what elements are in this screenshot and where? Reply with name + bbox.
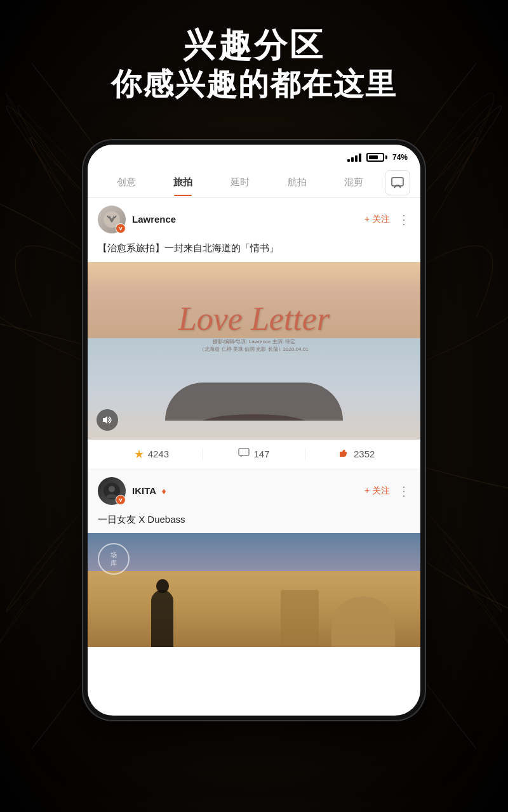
more-btn-2[interactable]: ⋮ bbox=[398, 485, 410, 497]
post-2-header: v IKITA ♦ + 关注 ⋮ bbox=[88, 469, 420, 513]
post-2-title: 一日女友 X Duebass bbox=[88, 513, 420, 534]
post-2-userinfo: IKITA ♦ bbox=[132, 485, 358, 497]
post-2-image: 场 库 bbox=[88, 533, 420, 647]
diamond-icon: ♦ bbox=[162, 486, 166, 496]
phone-mockup: 74% 创意 旅拍 延时 航拍 混剪 bbox=[83, 140, 425, 721]
post-card-2: v IKITA ♦ + 关注 ⋮ 一日女友 X Duebass bbox=[88, 469, 420, 648]
post-1-title: 【治愈系旅拍】一封来自北海道的「情书」 bbox=[88, 241, 420, 262]
tabs-bar: 创意 旅拍 延时 航拍 混剪 bbox=[88, 167, 420, 198]
verified-badge-1: v bbox=[116, 223, 126, 233]
signal-icon bbox=[347, 154, 361, 162]
star-count: 4243 bbox=[148, 449, 169, 459]
post-1-username: Lawrence bbox=[132, 214, 176, 225]
tab-travel[interactable]: 旅拍 bbox=[155, 169, 212, 196]
header-title-2: 你感兴趣的都在这里 bbox=[0, 65, 508, 104]
phone-frame: 74% 创意 旅拍 延时 航拍 混剪 bbox=[83, 140, 425, 721]
more-btn-1[interactable]: ⋮ bbox=[398, 213, 410, 226]
header-title-1: 兴趣分区 bbox=[0, 25, 508, 65]
post-2-username: IKITA bbox=[132, 485, 156, 496]
follow-btn-1[interactable]: + 关注 bbox=[364, 214, 390, 225]
svg-rect-0 bbox=[392, 178, 403, 186]
comment-icon bbox=[238, 448, 250, 461]
tab-aerial[interactable]: 航拍 bbox=[269, 169, 326, 196]
scene-badge: 场 库 bbox=[98, 543, 130, 575]
post-2-actions: + 关注 ⋮ bbox=[364, 485, 410, 497]
status-bar: 74% bbox=[88, 145, 420, 167]
post-1-actions: + 关注 ⋮ bbox=[364, 213, 410, 226]
post-1-userinfo: Lawrence bbox=[132, 214, 358, 225]
post-1-avatar: v bbox=[98, 206, 126, 233]
tab-mix[interactable]: 混剪 bbox=[325, 169, 382, 196]
phone-screen: 74% 创意 旅拍 延时 航拍 混剪 bbox=[88, 145, 420, 716]
stat-likes[interactable]: 2352 bbox=[305, 447, 408, 461]
svg-rect-2 bbox=[239, 449, 249, 455]
svg-point-4 bbox=[109, 486, 115, 492]
like-count: 2352 bbox=[354, 449, 375, 459]
battery-icon bbox=[366, 153, 387, 162]
header-section: 兴趣分区 你感兴趣的都在这里 bbox=[0, 25, 508, 105]
follow-btn-2[interactable]: + 关注 bbox=[364, 485, 390, 497]
post-2-avatar: v bbox=[98, 477, 126, 505]
post-card-1: v Lawrence + 关注 ⋮ 【治愈系旅拍】一封来自北海道的「情书」 bbox=[88, 198, 420, 469]
volume-icon[interactable] bbox=[97, 409, 118, 431]
stat-stars[interactable]: ★ 4243 bbox=[100, 447, 203, 461]
stat-comments[interactable]: 147 bbox=[203, 448, 305, 461]
verified-badge-2: v bbox=[116, 495, 126, 505]
message-tab-icon[interactable] bbox=[385, 170, 410, 195]
battery-percent: 74% bbox=[392, 153, 408, 162]
comment-count: 147 bbox=[253, 449, 269, 459]
post-1-stats: ★ 4243 147 bbox=[88, 440, 420, 469]
tab-timelapse[interactable]: 延时 bbox=[211, 169, 269, 196]
tab-creative[interactable]: 创意 bbox=[98, 169, 155, 196]
post-1-image: Love Letter 摄影/编辑/导演: Lawrence 主演: 待定 （北… bbox=[88, 262, 420, 440]
post-1-header: v Lawrence + 关注 ⋮ bbox=[88, 198, 420, 241]
star-icon: ★ bbox=[134, 447, 144, 461]
like-icon bbox=[338, 447, 350, 461]
feed-scroll[interactable]: v Lawrence + 关注 ⋮ 【治愈系旅拍】一封来自北海道的「情书」 bbox=[88, 198, 420, 716]
love-letter-text: Love Letter bbox=[178, 300, 330, 337]
